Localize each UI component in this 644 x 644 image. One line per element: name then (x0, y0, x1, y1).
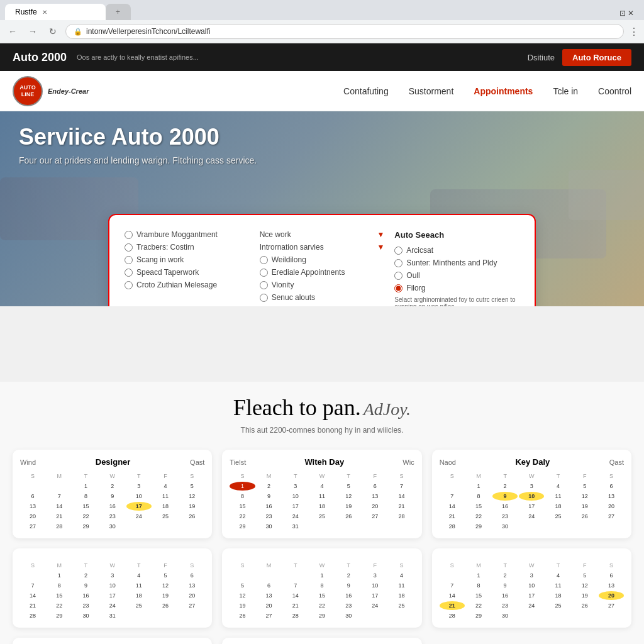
cal-day[interactable]: 16 (492, 591, 518, 600)
cal-day[interactable]: 17 (126, 502, 152, 511)
cal-day[interactable]: 8 (230, 492, 255, 501)
search-oull[interactable]: Oull (394, 271, 519, 280)
cal-day[interactable]: 6 (20, 492, 45, 501)
cal-day[interactable]: 7 (440, 492, 465, 501)
search-arcicsat[interactable]: Arcicsat (394, 246, 519, 255)
cal-day[interactable]: 11 (309, 492, 335, 501)
search-filorg[interactable]: Filorg (394, 284, 519, 292)
cal-day[interactable]: 10 (100, 581, 125, 590)
cal-day[interactable]: 12 (153, 581, 178, 590)
cal-day[interactable]: 8 (466, 492, 491, 501)
cal-day[interactable]: 13 (20, 502, 45, 511)
cal-day[interactable]: 28 (389, 512, 414, 521)
cal-day[interactable]: 1 (47, 571, 72, 580)
cal-day[interactable]: 14 (440, 591, 465, 600)
cal-day[interactable]: 1 (73, 482, 98, 491)
cal-day[interactable]: 5 (336, 482, 361, 491)
cal-day[interactable]: 11 (389, 581, 414, 590)
cal-day[interactable]: 14 (20, 591, 45, 600)
cal-day[interactable]: 4 (309, 482, 335, 491)
cal-day[interactable]: 18 (126, 591, 152, 600)
cal-day[interactable]: 4 (153, 482, 178, 491)
cal-day[interactable]: 3 (519, 571, 544, 580)
cal-day[interactable]: 10 (126, 492, 152, 501)
cal-day[interactable]: 4 (389, 571, 414, 580)
cal-day[interactable]: 12 (179, 492, 204, 501)
cal-day[interactable]: 12 (230, 591, 255, 600)
cal-day[interactable]: 26 (153, 601, 178, 610)
cal-day[interactable]: 19 (572, 591, 597, 600)
cal-day[interactable]: 28 (20, 611, 45, 620)
cal-day[interactable]: 9 (257, 492, 282, 501)
cal-day[interactable]: 29 (47, 611, 72, 620)
cal-day[interactable]: 31 (283, 522, 308, 531)
new-tab-button[interactable]: + (106, 4, 131, 20)
cal-day[interactable]: 9 (100, 492, 125, 501)
cal-day[interactable]: 12 (336, 492, 361, 501)
cal-day[interactable]: 25 (545, 512, 570, 521)
cal-day[interactable]: 22 (230, 512, 255, 521)
cal-day[interactable]: 28 (47, 522, 72, 531)
cal-day[interactable]: 5 (153, 571, 178, 580)
cal-day[interactable]: 6 (599, 571, 624, 580)
cal-prev[interactable]: Naod (440, 458, 456, 466)
cal-day[interactable]: 29 (73, 522, 98, 531)
cal-day[interactable]: 24 (362, 601, 387, 610)
cal-day[interactable]: 15 (73, 502, 98, 511)
cal-day[interactable]: 27 (362, 512, 387, 521)
cal-day[interactable]: 15 (47, 591, 72, 600)
cal-day[interactable]: 4 (545, 571, 570, 580)
cal-day[interactable]: 14 (47, 502, 72, 511)
cal-day[interactable]: 5 (572, 571, 597, 580)
nav-link-contafuting[interactable]: Contafuting (343, 86, 389, 96)
service-croto[interactable]: Croto Zuthian Melesage (125, 280, 250, 289)
service-tracbers[interactable]: Tracbers: Costirn (125, 243, 250, 252)
cal-day[interactable]: 11 (545, 581, 570, 590)
cal-day[interactable]: 4 (126, 571, 152, 580)
cal-day[interactable]: 28 (283, 611, 308, 620)
cal-day[interactable]: 10 (283, 492, 308, 501)
cal-next[interactable]: Wic (402, 458, 414, 466)
cal-day[interactable]: 15 (309, 591, 335, 600)
search-sunter[interactable]: Sunter: Minthents and Pldy (394, 258, 519, 267)
cal-day[interactable]: 2 (492, 482, 518, 491)
cal-day[interactable]: 23 (73, 601, 98, 610)
back-button[interactable]: ← (5, 24, 20, 39)
cal-day[interactable]: 29 (309, 611, 335, 620)
cal-day[interactable]: 13 (599, 492, 624, 501)
cal-day[interactable]: 3 (519, 482, 544, 491)
cal-day[interactable]: 3 (126, 482, 152, 491)
tab-close-icon[interactable]: ✕ (42, 9, 47, 16)
cal-day[interactable]: 27 (20, 522, 45, 531)
cal-day[interactable]: 24 (519, 601, 544, 610)
browser-menu-button[interactable]: ⋮ (629, 26, 639, 38)
cal-day[interactable]: 30 (73, 611, 98, 620)
cal-day[interactable]: 30 (100, 522, 125, 531)
option-senuc[interactable]: Senuc alouts (260, 293, 385, 302)
cal-day[interactable]: 5 (179, 482, 204, 491)
cal-day[interactable]: 18 (309, 502, 335, 511)
cal-day[interactable]: 15 (466, 502, 491, 511)
cal-day[interactable]: 20 (179, 591, 204, 600)
cal-day[interactable]: 15 (466, 591, 491, 600)
cal-day[interactable]: 14 (283, 591, 308, 600)
cal-day[interactable]: 30 (492, 611, 518, 620)
cal-day[interactable]: 30 (257, 522, 282, 531)
cal-prev[interactable]: Wind (20, 458, 36, 466)
cal-day[interactable]: 16 (492, 502, 518, 511)
cal-day[interactable]: 30 (492, 522, 518, 531)
cal-day[interactable]: 1 (309, 571, 335, 580)
cal-day[interactable]: 25 (545, 601, 570, 610)
auto-rescue-button[interactable]: Auto Roruce (562, 49, 631, 66)
nav-link-sustorment[interactable]: Sustorment (409, 86, 454, 96)
cal-day[interactable]: 6 (362, 482, 387, 491)
cal-day[interactable]: 5 (572, 482, 597, 491)
cal-day[interactable]: 28 (440, 611, 465, 620)
cal-day[interactable]: 25 (153, 512, 178, 521)
cal-day[interactable]: 19 (153, 591, 178, 600)
cal-day[interactable]: 23 (257, 512, 282, 521)
cal-day[interactable]: 11 (126, 581, 152, 590)
cal-day[interactable]: 10 (519, 581, 544, 590)
cal-day[interactable]: 8 (466, 581, 491, 590)
cal-day[interactable]: 19 (230, 601, 255, 610)
